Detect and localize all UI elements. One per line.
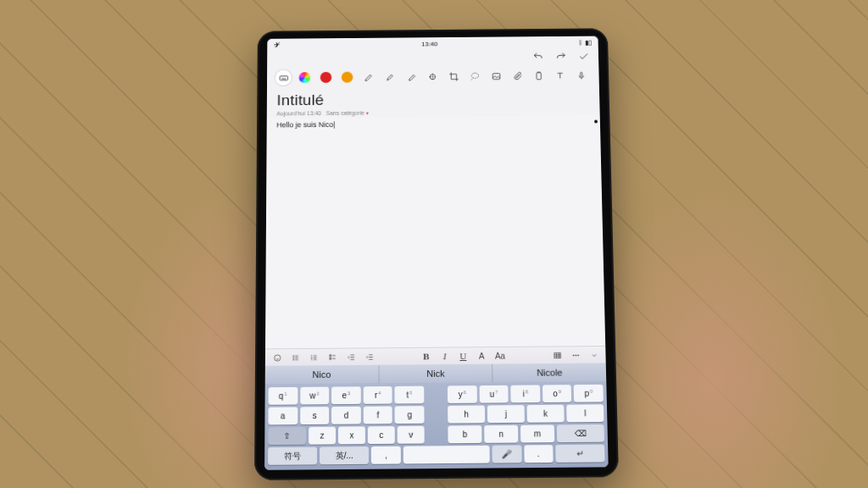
bullet-list-icon [291, 352, 300, 362]
color-picker-button[interactable] [297, 69, 313, 86]
confirm-button[interactable] [577, 50, 591, 63]
key-v[interactable]: v [398, 426, 425, 444]
key-z[interactable]: z [309, 427, 336, 445]
indent-button[interactable] [363, 350, 376, 363]
table-icon [553, 351, 562, 360]
key-r[interactable]: r4 [364, 386, 392, 404]
key-f[interactable]: f [364, 406, 392, 424]
undo-icon [532, 52, 544, 63]
svg-point-5 [274, 354, 280, 360]
outdent-button[interactable] [344, 350, 358, 363]
key-c[interactable]: c [368, 426, 395, 444]
suggestion-1[interactable]: Nico [265, 365, 380, 385]
attachment-button[interactable] [509, 68, 526, 84]
key-enter[interactable]: ↵ [555, 445, 605, 463]
bullet-list-button[interactable] [289, 351, 303, 364]
clipboard-button[interactable] [530, 68, 547, 84]
key-m[interactable]: m [520, 424, 554, 442]
svg-rect-4 [580, 72, 581, 76]
key-t[interactable]: t5 [395, 386, 424, 404]
key-l[interactable]: l [566, 404, 604, 422]
font-color-button[interactable]: A [475, 349, 488, 363]
key-e[interactable]: e3 [331, 386, 360, 404]
more-button[interactable] [569, 348, 582, 362]
clipboard-icon [533, 70, 544, 80]
crop-button[interactable] [445, 69, 461, 85]
lasso-button[interactable] [466, 69, 483, 85]
outdent-icon [346, 352, 355, 362]
numbered-list-button[interactable] [307, 351, 320, 364]
key-i[interactable]: i8 [510, 385, 540, 402]
note-category[interactable]: Sans catégorie ▾ [326, 110, 369, 116]
collapse-keyboard-button[interactable] [587, 348, 601, 362]
eraser-button[interactable] [403, 69, 419, 85]
key-j[interactable]: j [487, 405, 525, 423]
device-screen: ✈︎̸ 13:40 ᛒ ▮▯ [264, 36, 609, 470]
check-icon [578, 51, 590, 62]
key-shift[interactable]: ⇧ [268, 427, 306, 445]
key-u[interactable]: u7 [479, 385, 509, 403]
eraser-icon [405, 71, 416, 81]
key-b[interactable]: b [448, 425, 481, 443]
orange-swatch-icon [342, 72, 353, 83]
emoji-button[interactable] [270, 351, 284, 364]
checklist-button[interactable] [326, 351, 339, 364]
svg-point-6 [292, 355, 293, 356]
key-g[interactable]: g [395, 406, 425, 424]
tablet-device-frame: ✈︎̸ 13:40 ᛒ ▮▯ [254, 28, 619, 480]
svg-rect-9 [329, 354, 331, 356]
key-period[interactable]: . [524, 445, 554, 463]
key-a[interactable]: a [268, 407, 298, 424]
checklist-icon [328, 352, 337, 362]
keyboard-mode-button[interactable] [275, 69, 292, 86]
bold-button[interactable]: B [420, 350, 433, 363]
pen-tool-button[interactable] [360, 69, 376, 86]
key-x[interactable]: x [338, 426, 365, 444]
key-p[interactable]: p0 [574, 385, 604, 402]
highlighter-button[interactable] [381, 69, 398, 85]
svg-point-7 [292, 357, 293, 358]
key-language[interactable]: 英/... [320, 446, 369, 464]
soft-keyboard: q1 w2 e3 r4 t5 a s d f g ⇧ [264, 381, 609, 470]
pen-icon [363, 72, 374, 82]
key-s[interactable]: s [300, 407, 329, 424]
font-style-button[interactable]: Aa [493, 349, 507, 363]
text-format-button[interactable] [551, 68, 568, 84]
crop-icon [448, 71, 459, 81]
table-button[interactable] [550, 348, 564, 362]
redo-button[interactable] [554, 50, 568, 63]
key-d[interactable]: d [331, 407, 360, 424]
key-q[interactable]: q1 [269, 387, 298, 405]
key-w[interactable]: w2 [300, 387, 329, 405]
key-n[interactable]: n [484, 425, 518, 443]
key-symbols[interactable]: 符号 [268, 447, 317, 465]
suggestion-2[interactable]: Nick [379, 364, 493, 384]
key-h[interactable]: h [448, 406, 485, 424]
note-body[interactable]: Hello je suis Nico [265, 115, 605, 348]
key-space[interactable] [403, 446, 490, 464]
italic-button[interactable]: I [438, 349, 452, 363]
indent-icon [364, 352, 374, 362]
key-mic[interactable]: 🎤 [492, 445, 521, 463]
note-body-text: Hello je suis Nico [276, 120, 335, 129]
undo-button[interactable] [531, 51, 545, 64]
note-title[interactable]: Intitulé [276, 89, 589, 109]
keyboard-icon [278, 73, 289, 83]
pen-color-red[interactable] [318, 69, 334, 86]
shape-button[interactable] [424, 69, 440, 85]
key-k[interactable]: k [527, 405, 565, 423]
keyboard-right: y6 u7 i8 o9 p0 h j k l b n [448, 385, 604, 443]
svg-rect-2 [492, 73, 499, 79]
key-comma[interactable]: , [371, 446, 400, 464]
key-y[interactable]: y6 [448, 385, 477, 403]
image-button[interactable] [487, 68, 504, 84]
pen-color-orange[interactable] [339, 69, 355, 86]
bluetooth-icon: ᛒ [578, 39, 582, 46]
editor-toolbar [267, 64, 599, 89]
suggestion-3[interactable]: Nicole [492, 363, 606, 382]
key-o[interactable]: o9 [542, 385, 572, 402]
key-backspace[interactable]: ⌫ [557, 424, 604, 442]
chevron-down-icon: ▾ [364, 111, 369, 116]
mic-button[interactable] [573, 67, 590, 83]
underline-button[interactable]: U [456, 349, 470, 363]
